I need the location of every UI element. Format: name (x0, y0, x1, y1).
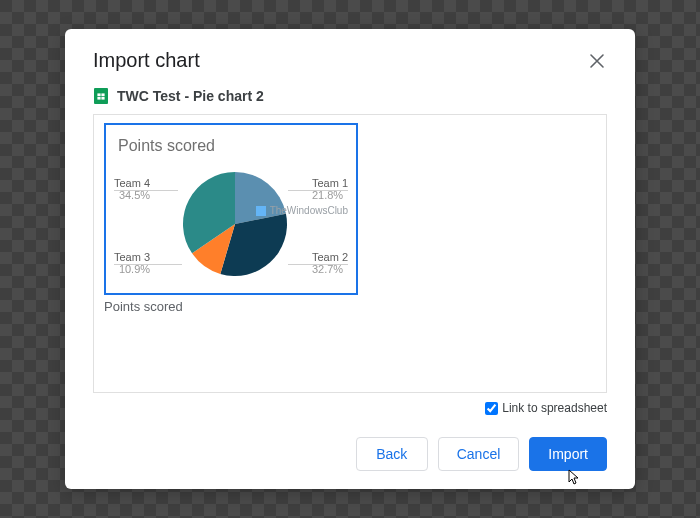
slice-label-team3: Team 3 10.9% (114, 251, 150, 275)
source-file-title: TWC Test - Pie chart 2 (117, 88, 264, 104)
slice-label-team4: Team 4 34.5% (114, 177, 150, 201)
chart-thumbnail-caption: Points scored (104, 299, 596, 314)
link-to-spreadsheet-checkbox[interactable] (485, 402, 498, 415)
dialog-title: Import chart (93, 49, 200, 72)
back-button[interactable]: Back (356, 437, 428, 471)
close-icon[interactable] (587, 51, 607, 71)
dialog-footer: Back Cancel Import (93, 437, 607, 471)
dialog-header: Import chart (93, 49, 607, 72)
app-backdrop: Import chart TWC Test - Pie chart 2 (0, 0, 700, 518)
sheets-icon (93, 88, 109, 104)
chart-preview-area: Points scored Team 1 21.8% Team 2 32. (93, 114, 607, 393)
link-to-spreadsheet-label[interactable]: Link to spreadsheet (502, 401, 607, 415)
cancel-button[interactable]: Cancel (438, 437, 520, 471)
source-file-row: TWC Test - Pie chart 2 (93, 88, 607, 104)
chart-title: Points scored (118, 137, 215, 155)
slice-label-team2: Team 2 32.7% (312, 251, 348, 275)
link-to-spreadsheet-option[interactable]: Link to spreadsheet (93, 401, 607, 415)
slice-label-team1: Team 1 21.8% (312, 177, 348, 201)
import-button[interactable]: Import (529, 437, 607, 471)
pie-chart (180, 169, 290, 279)
cursor-icon (565, 469, 581, 489)
import-chart-dialog: Import chart TWC Test - Pie chart 2 (65, 29, 635, 489)
chart-thumbnail[interactable]: Points scored Team 1 21.8% Team 2 32. (104, 123, 358, 295)
